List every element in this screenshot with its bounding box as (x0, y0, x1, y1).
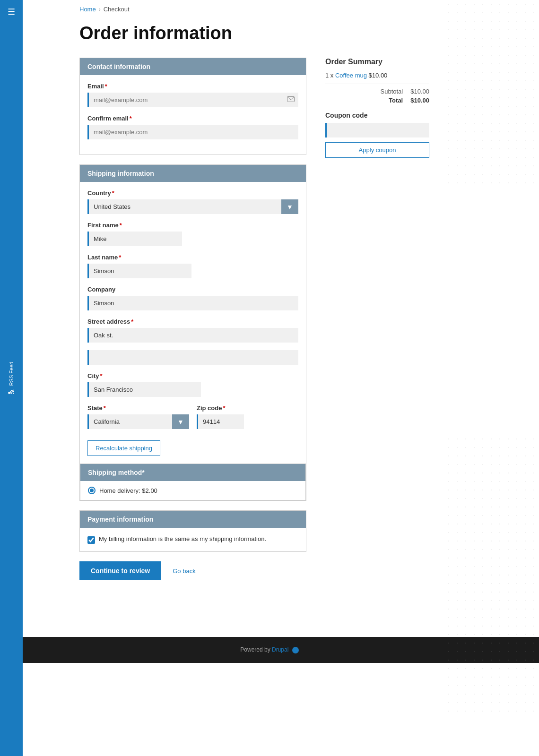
country-field-group: Country* United States Canada United Kin… (87, 189, 298, 214)
total-value: $10.00 (410, 97, 429, 104)
subtotal-label: Subtotal (381, 88, 403, 95)
street-address-input[interactable] (87, 328, 298, 343)
state-select-wrapper: California New York Texas Florida ▼ (87, 414, 189, 429)
shipping-option-home-delivery[interactable]: Home delivery: $2.00 (88, 487, 298, 494)
radio-button-home-delivery[interactable] (88, 487, 96, 494)
rss-icon (8, 387, 15, 394)
breadcrumb-separator: › (99, 6, 101, 13)
total-label: Total (389, 97, 403, 104)
confirm-email-label: Confirm email* (87, 115, 298, 122)
subtotal-row: Subtotal $10.00 (325, 88, 429, 95)
street-address-label: Street address* (87, 318, 298, 325)
continue-to-review-button[interactable]: Continue to review (79, 561, 161, 580)
country-select[interactable]: United States Canada United Kingdom Aust… (87, 199, 298, 214)
state-zip-row: State* California New York Texas Florida… (87, 404, 298, 437)
last-name-input[interactable] (87, 264, 191, 278)
email-input[interactable] (89, 93, 283, 107)
dots-decoration-bottom (444, 435, 539, 718)
confirm-email-input[interactable] (87, 125, 298, 139)
recalculate-shipping-button[interactable]: Recalculate shipping (87, 440, 160, 456)
shipping-method-body: Home delivery: $2.00 (80, 481, 305, 500)
coupon-label: Coupon code (325, 112, 429, 119)
menu-icon[interactable]: ☰ (8, 0, 15, 24)
bottom-actions: Continue to review Go back (79, 561, 306, 580)
city-field-group: City* (87, 372, 298, 397)
breadcrumb-current: Checkout (104, 6, 130, 13)
shipping-section-header: Shipping information (80, 165, 306, 182)
billing-same-label: My billing information is the same as my… (99, 535, 266, 542)
shipping-method-box: Shipping method* Home delivery: $2.00 (80, 464, 306, 500)
country-select-wrapper: United States Canada United Kingdom Aust… (87, 199, 298, 214)
breadcrumb-home[interactable]: Home (79, 6, 96, 13)
email-input-wrapper (87, 93, 298, 107)
powered-by-text: Powered by (240, 646, 270, 653)
order-item-label: x (330, 72, 334, 79)
apply-coupon-button[interactable]: Apply coupon (325, 142, 429, 158)
sidebar: ☰ RSS Feed (0, 0, 23, 756)
email-label: Email* (87, 83, 298, 90)
city-input[interactable] (87, 382, 201, 397)
go-back-link[interactable]: Go back (173, 567, 195, 575)
coupon-input[interactable] (325, 123, 429, 137)
shipping-method-header: Shipping method* (80, 464, 305, 481)
last-name-label: Last name* (87, 254, 298, 261)
state-label: State* (87, 404, 189, 412)
dots-decoration-top (444, 0, 539, 189)
drupal-link[interactable]: Drupal (272, 646, 288, 653)
total-row: Total $10.00 (325, 97, 429, 104)
order-item-quantity: 1 (325, 72, 329, 79)
order-totals: Subtotal $10.00 Total $10.00 (325, 84, 429, 104)
order-summary-column: Order Summary 1 x Coffee mug $10.00 Subt… (325, 58, 429, 158)
rss-feed-label[interactable]: RSS Feed (8, 362, 15, 395)
order-item-price: $10.00 (369, 72, 388, 79)
first-name-label: First name* (87, 222, 298, 229)
company-label: Company (87, 286, 298, 293)
billing-same-checkbox[interactable] (87, 536, 95, 544)
shipping-option-label: Home delivery: $2.00 (99, 487, 157, 494)
checkout-left-column: Contact information Email* (79, 58, 306, 580)
radio-button-inner (90, 489, 94, 492)
svg-rect-0 (8, 392, 10, 394)
confirm-email-field-group: Confirm email* (87, 115, 298, 139)
street-address-field-group: Street address* (87, 318, 298, 365)
state-select[interactable]: California New York Texas Florida (87, 414, 189, 429)
email-icon (283, 96, 298, 103)
payment-information-section: Payment information My billing informati… (79, 510, 306, 552)
zip-field-group: Zip code* (197, 404, 298, 429)
first-name-field-group: First name* (87, 222, 298, 246)
svg-point-1 (13, 393, 14, 394)
payment-section-header: Payment information (80, 511, 306, 528)
zip-label: Zip code* (197, 404, 298, 412)
contact-section-header: Contact information (80, 58, 306, 75)
order-summary-title: Order Summary (325, 58, 429, 66)
shipping-information-section: Shipping information Country* United Sta… (79, 164, 306, 501)
order-item: 1 x Coffee mug $10.00 (325, 72, 429, 79)
street-address2-input[interactable] (87, 350, 298, 365)
company-input[interactable] (87, 296, 298, 310)
billing-same-row: My billing information is the same as my… (87, 535, 298, 544)
zip-input[interactable] (197, 414, 244, 429)
subtotal-value: $10.00 (410, 88, 429, 95)
last-name-field-group: Last name* (87, 254, 298, 278)
drupal-logo-icon (292, 647, 299, 653)
email-field-group: Email* (87, 83, 298, 107)
city-label: City* (87, 372, 298, 379)
first-name-input[interactable] (87, 232, 182, 246)
contact-information-section: Contact information Email* (79, 58, 306, 155)
order-item-name[interactable]: Coffee mug (335, 72, 367, 79)
country-label: Country* (87, 189, 298, 197)
state-field-group: State* California New York Texas Florida… (87, 404, 189, 429)
company-field-group: Company (87, 286, 298, 310)
